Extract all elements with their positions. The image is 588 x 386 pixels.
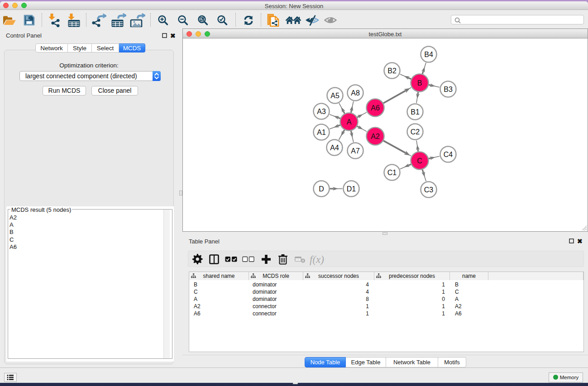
svg-text:B3: B3 — [444, 86, 453, 93]
svg-text:A7: A7 — [351, 147, 360, 155]
svg-text:C2: C2 — [411, 128, 420, 136]
svg-text:D: D — [319, 185, 324, 193]
svg-text:A8: A8 — [351, 89, 360, 97]
svg-text:A1: A1 — [317, 129, 326, 136]
svg-text:B1: B1 — [411, 108, 420, 116]
svg-text:A3: A3 — [317, 108, 326, 115]
svg-text:C1: C1 — [387, 169, 397, 176]
svg-text:A5: A5 — [330, 92, 339, 100]
svg-text:f(x): f(x) — [310, 254, 324, 265]
svg-text:C4: C4 — [444, 151, 453, 158]
svg-text:A4: A4 — [330, 144, 339, 152]
svg-text:C: C — [417, 157, 422, 165]
svg-text:B2: B2 — [387, 67, 397, 75]
svg-text:A6: A6 — [371, 104, 380, 112]
svg-text:B4: B4 — [424, 51, 433, 58]
svg-text:A: A — [347, 118, 352, 126]
svg-text:D1: D1 — [347, 185, 356, 193]
svg-text:A2: A2 — [371, 133, 380, 140]
svg-text:C3: C3 — [424, 186, 434, 194]
svg-text:B: B — [417, 79, 422, 87]
